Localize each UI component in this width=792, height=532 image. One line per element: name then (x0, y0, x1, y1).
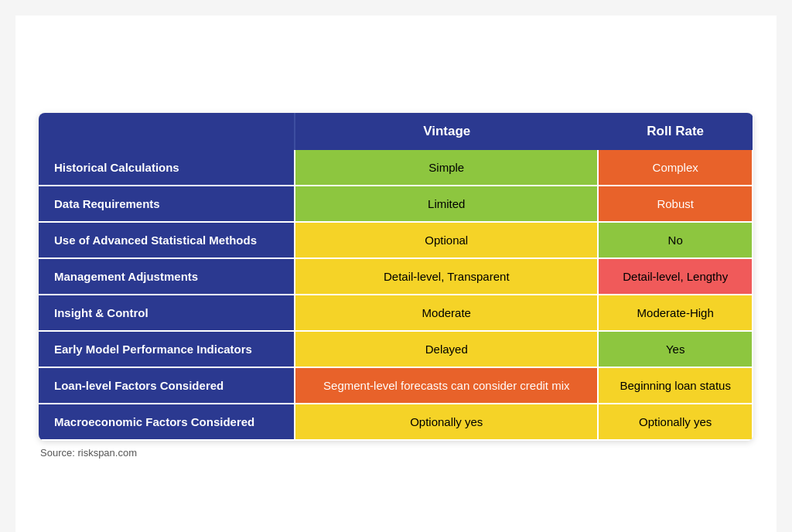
row-vintage-cell: Delayed (295, 331, 598, 367)
table-row: Management AdjustmentsDetail-level, Tran… (39, 258, 753, 295)
table-row: Use of Advanced Statistical MethodsOptio… (39, 222, 753, 258)
header-rollrate: Roll Rate (598, 113, 753, 150)
header-vintage: Vintage (295, 113, 598, 150)
table-row: Early Model Performance IndicatorsDelaye… (39, 331, 753, 367)
row-vintage-cell: Optional (295, 222, 598, 258)
table-row: Loan-level Factors ConsideredSegment-lev… (39, 367, 753, 404)
row-label: Use of Advanced Statistical Methods (39, 222, 295, 258)
row-label: Data Requirements (39, 186, 295, 222)
row-vintage-cell: Detail-level, Transparent (295, 258, 598, 295)
row-rollrate-cell: Yes (598, 331, 753, 367)
row-label: Insight & Control (39, 295, 295, 331)
row-label: Loan-level Factors Considered (39, 367, 295, 404)
page-wrapper: Vintage Roll Rate Historical Calculation… (15, 15, 777, 532)
row-vintage-cell: Moderate (295, 295, 598, 331)
row-vintage-cell: Segment-level forecasts can consider cre… (295, 367, 598, 404)
row-rollrate-cell: Moderate-High (598, 295, 753, 331)
row-rollrate-cell: No (598, 222, 753, 258)
row-vintage-cell: Simple (295, 150, 598, 186)
row-label: Macroeconomic Factors Considered (39, 404, 295, 440)
table-row: Data RequirementsLimitedRobust (39, 186, 753, 222)
header-category (39, 113, 295, 150)
comparison-table: Vintage Roll Rate Historical Calculation… (39, 113, 753, 441)
row-label: Historical Calculations (39, 150, 295, 186)
row-rollrate-cell: Complex (598, 150, 753, 186)
row-vintage-cell: Limited (295, 186, 598, 222)
row-vintage-cell: Optionally yes (295, 404, 598, 440)
table-row: Historical CalculationsSimpleComplex (39, 150, 753, 186)
row-label: Management Adjustments (39, 258, 295, 295)
row-label: Early Model Performance Indicators (39, 331, 295, 367)
row-rollrate-cell: Beginning loan status (598, 367, 753, 404)
source-text: Source: riskspan.com (39, 447, 753, 459)
table-row: Macroeconomic Factors ConsideredOptional… (39, 404, 753, 440)
row-rollrate-cell: Optionally yes (598, 404, 753, 440)
row-rollrate-cell: Robust (598, 186, 753, 222)
row-rollrate-cell: Detail-level, Lengthy (598, 258, 753, 295)
table-row: Insight & ControlModerateModerate-High (39, 295, 753, 331)
